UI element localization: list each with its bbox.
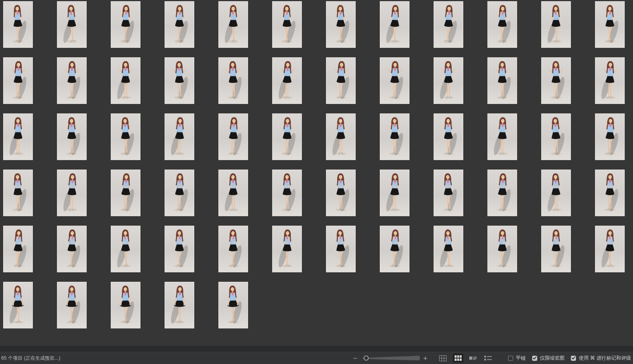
thumbnail-larger-button[interactable]: + [421, 355, 429, 362]
photo-thumbnail[interactable] [111, 57, 140, 104]
photo-thumbnail[interactable] [487, 57, 517, 104]
photo-thumbnail[interactable] [111, 170, 140, 216]
photo-thumbnail[interactable] [57, 226, 87, 272]
photo-thumbnail[interactable] [434, 170, 463, 216]
model-photo [488, 226, 517, 272]
photo-thumbnail[interactable] [541, 1, 571, 48]
photo-thumbnail[interactable] [218, 226, 248, 272]
slider-track [363, 355, 420, 361]
model-photo [326, 2, 355, 47]
view-as-details-button[interactable] [468, 354, 478, 362]
photo-thumbnail[interactable] [595, 113, 625, 160]
photo-thumbnail[interactable] [165, 170, 194, 216]
status-bar: 65 个项目 (正在生成预览...) − + [0, 352, 633, 364]
photo-thumbnail[interactable] [326, 1, 356, 48]
photo-thumbnail[interactable] [434, 226, 463, 272]
photo-thumbnail[interactable] [380, 1, 409, 48]
photo-thumbnail[interactable] [111, 282, 140, 328]
photo-thumbnail[interactable] [326, 113, 356, 160]
checkbox-label: 仅限缩览图 [540, 355, 565, 362]
photo-thumbnail[interactable] [272, 113, 302, 160]
photo-thumbnail[interactable] [57, 1, 87, 48]
item-count-status: 65 个项目 (正在生成预览...) [0, 355, 61, 362]
photo-thumbnail[interactable] [272, 170, 302, 216]
photo-thumbnail[interactable] [3, 113, 33, 160]
slider-knob[interactable] [364, 356, 369, 361]
photo-thumbnail[interactable] [3, 282, 33, 328]
photo-thumbnail[interactable] [3, 226, 33, 272]
photo-thumbnail[interactable] [111, 1, 140, 48]
statusbar-checkbox-2[interactable]: 使用 ⌘ 进行标记和评级 [571, 355, 631, 362]
photo-thumbnail[interactable] [3, 1, 33, 48]
photo-thumbnail[interactable] [3, 57, 33, 104]
photo-thumbnail[interactable] [380, 113, 409, 160]
photo-thumbnail[interactable] [380, 170, 409, 216]
photo-thumbnail[interactable] [272, 1, 302, 48]
photo-thumbnail[interactable] [541, 226, 571, 272]
photo-thumbnail[interactable] [218, 113, 248, 160]
photo-thumbnail[interactable] [541, 57, 571, 104]
photo-thumbnail[interactable] [272, 57, 302, 104]
model-photo [219, 226, 248, 272]
photo-thumbnail[interactable] [3, 170, 33, 216]
photo-thumbnail[interactable] [218, 282, 248, 328]
photo-thumbnail[interactable] [595, 57, 625, 104]
statusbar-checkbox-1[interactable]: 仅限缩览图 [532, 355, 565, 362]
photo-thumbnail[interactable] [326, 226, 356, 272]
thumbnail-smaller-button[interactable]: − [351, 355, 359, 362]
model-photo [219, 58, 248, 104]
model-photo [219, 282, 248, 328]
grid-outline-icon [439, 355, 447, 361]
photo-thumbnail[interactable] [165, 282, 194, 328]
photo-thumbnail[interactable] [57, 113, 87, 160]
model-photo [219, 170, 248, 216]
checkbox-unchecked-icon[interactable] [508, 356, 513, 361]
photo-thumbnail[interactable] [487, 170, 517, 216]
photo-thumbnail[interactable] [57, 282, 87, 328]
model-photo [111, 2, 140, 47]
photo-thumbnail[interactable] [541, 113, 571, 160]
checkbox-checked-icon[interactable] [571, 356, 576, 361]
photo-thumbnail[interactable] [595, 1, 625, 48]
photo-thumbnail[interactable] [218, 170, 248, 216]
photo-thumbnail[interactable] [434, 113, 463, 160]
photo-thumbnail[interactable] [380, 57, 409, 104]
photo-thumbnail[interactable] [595, 226, 625, 272]
photo-thumbnail[interactable] [595, 170, 625, 216]
photo-thumbnail[interactable] [111, 113, 140, 160]
model-photo [326, 114, 355, 160]
model-photo [595, 2, 624, 47]
photo-thumbnail[interactable] [380, 226, 409, 272]
statusbar-checkbox-0[interactable]: 平铺 [508, 355, 526, 362]
photo-thumbnail[interactable] [165, 226, 194, 272]
model-photo [165, 170, 194, 216]
statusbar-checkbox-group: 平铺仅限缩览图使用 ⌘ 进行标记和评级 [502, 355, 631, 362]
thumbnail-size-slider[interactable] [360, 355, 420, 362]
photo-thumbnail[interactable] [57, 57, 87, 104]
photo-thumbnail[interactable] [487, 1, 517, 48]
photo-thumbnail[interactable] [111, 226, 140, 272]
model-photo [488, 114, 517, 160]
photo-thumbnail[interactable] [487, 226, 517, 272]
view-as-grid-button[interactable] [438, 354, 448, 362]
separator [498, 355, 499, 362]
view-as-list-button[interactable] [483, 354, 493, 362]
photo-thumbnail[interactable] [165, 113, 194, 160]
photo-thumbnail[interactable] [165, 57, 194, 104]
model-photo [57, 58, 86, 104]
photo-thumbnail[interactable] [272, 226, 302, 272]
photo-thumbnail[interactable] [487, 113, 517, 160]
view-as-thumbnails-button[interactable] [453, 354, 463, 362]
photo-thumbnail[interactable] [434, 57, 463, 104]
checkbox-checked-icon[interactable] [532, 356, 537, 361]
photo-thumbnail[interactable] [541, 170, 571, 216]
photo-thumbnail[interactable] [218, 57, 248, 104]
photo-thumbnail[interactable] [218, 1, 248, 48]
photo-thumbnail[interactable] [165, 1, 194, 48]
photo-thumbnail[interactable] [326, 170, 356, 216]
photo-thumbnail[interactable] [57, 170, 87, 216]
photo-thumbnail[interactable] [326, 57, 356, 104]
content-panel [0, 0, 633, 346]
model-photo [4, 282, 32, 328]
photo-thumbnail[interactable] [434, 1, 463, 48]
